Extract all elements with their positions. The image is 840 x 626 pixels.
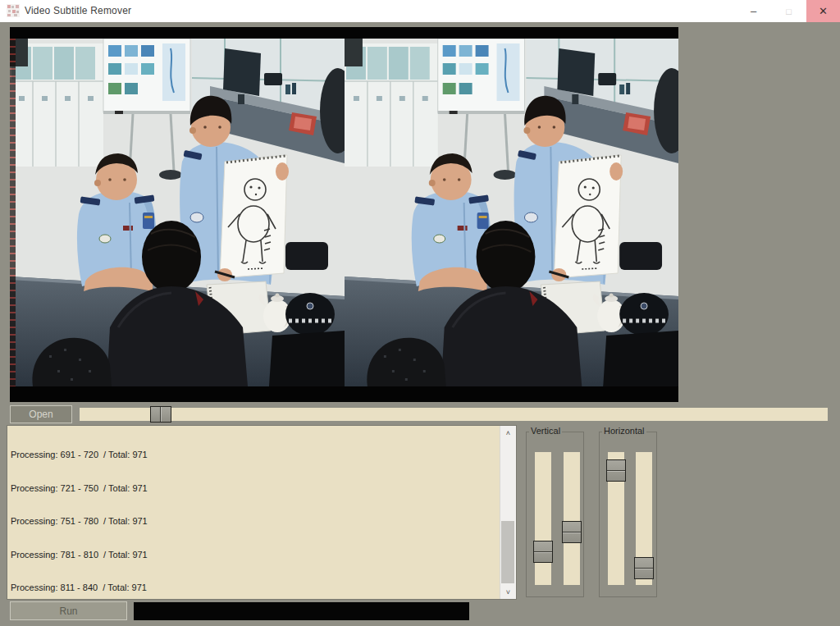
app-icon[interactable]: [7, 4, 20, 17]
log-line: Processing: 811 - 840 / Total: 971: [11, 583, 498, 594]
horizontal-slider-right[interactable]: [636, 452, 652, 585]
vertical-group-label: Vertical: [529, 426, 562, 436]
open-button[interactable]: Open: [10, 405, 72, 423]
titlebar: Video Subtitle Remover – □ ✕: [0, 0, 840, 22]
video-preview-area: [10, 27, 678, 402]
scrollbar-thumb[interactable]: [501, 521, 514, 583]
frame-edge-noise: [10, 39, 16, 386]
horizontal-slider-left-handle[interactable]: [606, 459, 626, 482]
app-window: { "window": { "title": "Video Subtitle R…: [0, 0, 840, 626]
log-lines: Processing: 691 - 720 / Total: 971 Proce…: [11, 427, 498, 599]
scroll-down-icon[interactable]: ˅: [500, 585, 516, 599]
vertical-slider-left[interactable]: [535, 452, 551, 585]
scroll-up-icon[interactable]: ˄: [500, 426, 516, 440]
original-video-frame: [10, 39, 345, 386]
vertical-group: Vertical: [526, 432, 584, 597]
close-button[interactable]: ✕: [806, 0, 840, 22]
seek-slider-handle[interactable]: [150, 406, 171, 423]
horizontal-slider-left[interactable]: [608, 452, 624, 585]
progress-bar: [134, 602, 469, 620]
horizontal-slider-right-handle[interactable]: [634, 557, 654, 579]
horizontal-group-label: Horizontal: [602, 426, 646, 436]
log-scrollbar[interactable]: ˄ ˅: [500, 426, 516, 599]
log-line: Processing: 691 - 720 / Total: 971: [11, 450, 498, 461]
log-line: Processing: 721 - 750 / Total: 971: [11, 483, 498, 495]
vertical-slider-left-handle[interactable]: [533, 541, 553, 563]
horizontal-group: Horizontal: [599, 432, 657, 597]
log-output[interactable]: Processing: 691 - 720 / Total: 971 Proce…: [7, 425, 517, 600]
run-button[interactable]: Run: [10, 601, 127, 620]
vertical-slider-right-handle[interactable]: [562, 521, 582, 543]
minimize-button[interactable]: –: [736, 0, 771, 22]
seek-slider[interactable]: [80, 408, 828, 421]
vertical-slider-right[interactable]: [564, 452, 580, 585]
processed-video-frame: [345, 39, 678, 386]
maximize-button[interactable]: □: [771, 0, 806, 22]
log-line: Processing: 781 - 810 / Total: 971: [11, 550, 498, 561]
window-title: Video Subtitle Remover: [25, 5, 131, 16]
log-line: Processing: 751 - 780 / Total: 971: [11, 516, 498, 528]
